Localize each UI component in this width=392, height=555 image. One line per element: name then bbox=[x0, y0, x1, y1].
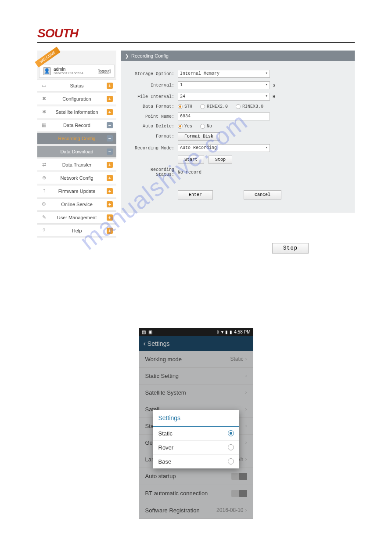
sidebar-item-configuration[interactable]: ✖ Configuration + bbox=[37, 93, 116, 105]
brand-logo: SOUTH bbox=[37, 26, 355, 40]
interval-unit: s bbox=[273, 83, 275, 88]
standalone-stop-button[interactable]: Stop bbox=[272, 243, 309, 254]
sidebar-item-label: Firmware Update bbox=[47, 189, 107, 194]
phone-row-auto-startup[interactable]: Auto startup bbox=[139, 468, 253, 485]
enter-button[interactable]: Enter bbox=[178, 190, 213, 200]
panel-title: Recording Config bbox=[131, 53, 169, 58]
collapse-icon: − bbox=[107, 149, 113, 155]
auto-delete-label: Auto Delete: bbox=[129, 124, 178, 129]
phone-row-software-reg[interactable]: Software Registration 2016-08-10› bbox=[139, 502, 253, 519]
expand-icon: + bbox=[107, 109, 113, 115]
phone-row-working-mode[interactable]: Working mode Static› bbox=[139, 351, 253, 368]
user-box: 👤 admin S66253123166534 [logout] bbox=[39, 65, 115, 78]
logout-link[interactable]: [logout] bbox=[97, 69, 111, 73]
auto-delete-no-radio[interactable]: No bbox=[200, 124, 212, 129]
expand-icon: + bbox=[107, 175, 113, 181]
data-format-sth-radio[interactable]: STH bbox=[178, 104, 192, 109]
dialog-option-base[interactable]: Base bbox=[153, 455, 239, 468]
sidebar-item-online-service[interactable]: ⚙ Online Service + bbox=[37, 198, 116, 210]
divider bbox=[37, 42, 355, 43]
phone-header-title: Settings bbox=[147, 340, 170, 347]
file-interval-unit: H bbox=[273, 94, 275, 99]
sidebar-item-data-download[interactable]: Data Download − bbox=[37, 145, 116, 158]
sidebar-item-help[interactable]: ? Help + bbox=[37, 225, 116, 237]
chevron-right-icon: › bbox=[245, 356, 247, 362]
calendar-icon: ▦ bbox=[41, 122, 47, 128]
radio-icon bbox=[236, 104, 241, 109]
phone-screenshot: ▤ ▣ ᛒ ▾ ▮ ▮ 4:58 PM ‹ Settings Working m… bbox=[139, 328, 253, 519]
auto-delete-yes-radio[interactable]: Yes bbox=[178, 124, 192, 129]
expand-icon: + bbox=[107, 83, 113, 89]
point-name-label: Point Name: bbox=[129, 114, 178, 119]
expand-icon: + bbox=[107, 201, 113, 207]
file-interval-select[interactable]: 24 bbox=[178, 93, 270, 101]
wifi-icon: ▾ bbox=[221, 330, 223, 334]
cancel-button[interactable]: Cancel bbox=[244, 190, 281, 200]
storage-option-label: Storage Option: bbox=[129, 72, 178, 76]
notif-icon: ▤ bbox=[142, 330, 146, 334]
radio-icon bbox=[228, 444, 234, 450]
dialog-title: Settings bbox=[153, 410, 239, 427]
data-format-rinex3-radio[interactable]: RINEX3.0 bbox=[236, 104, 263, 109]
expand-icon: + bbox=[107, 188, 113, 194]
sidebar-item-status[interactable]: ▭ Status + bbox=[37, 80, 116, 92]
expand-icon: + bbox=[107, 228, 113, 234]
dialog-option-rover[interactable]: Rover bbox=[153, 441, 239, 455]
satellite-icon: ✱ bbox=[41, 109, 47, 115]
stop-button[interactable]: Stop bbox=[209, 156, 232, 164]
gear-icon: ⚙ bbox=[41, 201, 47, 207]
sidebar-item-label: Online Service bbox=[47, 202, 107, 207]
sidebar-item-label: Help bbox=[47, 228, 107, 233]
sidebar-item-satellite[interactable]: ✱ Satellite Information + bbox=[37, 106, 116, 118]
chevron-right-icon: › bbox=[245, 389, 247, 395]
expand-icon: + bbox=[107, 214, 113, 221]
sidebar-item-firmware-update[interactable]: ⤒ Firmware Update + bbox=[37, 185, 116, 197]
globe-icon: ⊕ bbox=[41, 175, 47, 181]
sidebar-item-label: Recording Config bbox=[47, 136, 107, 141]
point-name-input[interactable]: 6834 bbox=[178, 112, 270, 120]
bluetooth-icon: ᛒ bbox=[217, 330, 219, 334]
user-id: S66253123166534 bbox=[54, 72, 95, 76]
interval-label: Interval: bbox=[129, 83, 178, 88]
sidebar-item-network-config[interactable]: ⊕ Network Config + bbox=[37, 172, 116, 184]
format-label: Format: bbox=[129, 134, 178, 139]
toggle-switch[interactable] bbox=[231, 490, 247, 497]
phone-row-static-setting[interactable]: Static Setting › bbox=[139, 368, 253, 385]
sidebar-item-label: Data Download bbox=[47, 149, 107, 154]
help-icon: ? bbox=[41, 228, 47, 234]
sidebar-item-user-management[interactable]: ✎ User Management + bbox=[37, 211, 116, 224]
radio-icon bbox=[178, 124, 183, 129]
settings-dialog: Settings Static Rover Base bbox=[153, 410, 239, 468]
chevron-right-icon: › bbox=[245, 456, 247, 462]
toggle-switch[interactable] bbox=[231, 473, 247, 480]
edit-icon: ✎ bbox=[41, 214, 47, 221]
recording-status-label: Recording Status: bbox=[129, 167, 178, 177]
upload-icon: ⤒ bbox=[41, 188, 47, 194]
monitor-icon: ▭ bbox=[41, 83, 47, 89]
notif-icon: ▣ bbox=[148, 330, 152, 334]
expand-icon: + bbox=[107, 96, 113, 102]
interval-select[interactable]: 1 bbox=[178, 81, 270, 89]
data-format-label: Data Format: bbox=[129, 104, 178, 109]
tools-icon: ✖ bbox=[41, 96, 47, 102]
radio-icon bbox=[200, 124, 205, 129]
start-button[interactable]: Start bbox=[178, 156, 204, 164]
recording-mode-select[interactable]: Auto Recording bbox=[178, 144, 270, 152]
format-disk-button[interactable]: Format Disk bbox=[178, 132, 220, 141]
file-interval-label: File Interval: bbox=[129, 94, 178, 99]
phone-row-satellite-system[interactable]: Satellite System › bbox=[139, 385, 253, 401]
sidebar-item-label: Satellite Information bbox=[47, 109, 107, 115]
sidebar-item-recording-config[interactable]: Recording Config − bbox=[37, 132, 116, 145]
sidebar-item-data-transfer[interactable]: ⇄ Data Transfer + bbox=[37, 159, 116, 171]
signal-icon: ▮ bbox=[225, 330, 228, 334]
phone-time: 4:58 PM bbox=[234, 330, 250, 334]
storage-option-select[interactable]: Internal Memory bbox=[178, 70, 270, 78]
dialog-option-static[interactable]: Static bbox=[153, 427, 239, 441]
phone-row-bt-auto[interactable]: BT automatic connection bbox=[139, 485, 253, 502]
sidebar-item-data-record[interactable]: ▦ Data Record − bbox=[37, 119, 116, 131]
expand-icon: + bbox=[107, 162, 113, 168]
recording-status-value: No record bbox=[178, 170, 201, 175]
chevron-right-icon: › bbox=[245, 373, 247, 379]
phone-header[interactable]: ‹ Settings bbox=[139, 336, 253, 351]
data-format-rinex2-radio[interactable]: RINEX2.0 bbox=[200, 104, 228, 109]
